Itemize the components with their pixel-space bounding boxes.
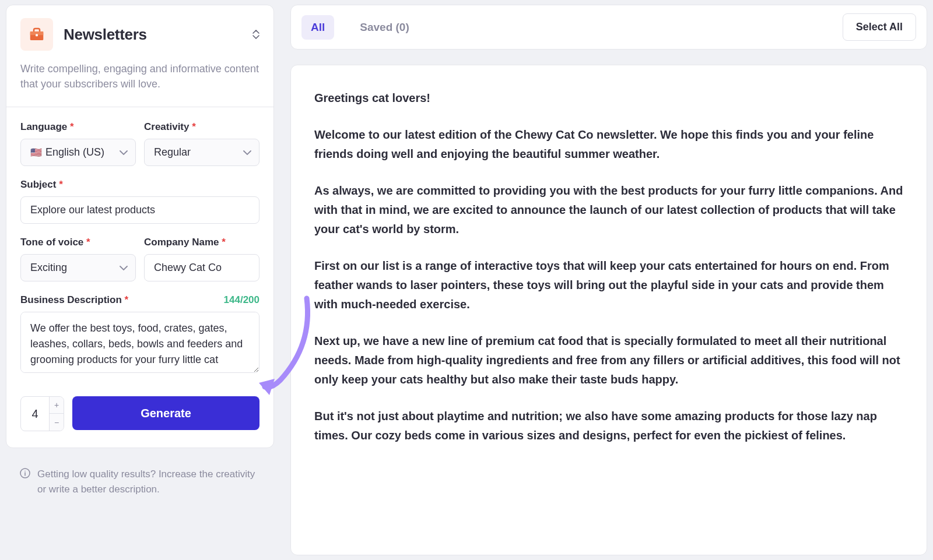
company-label: Company Name * bbox=[144, 237, 259, 248]
quantity-stepper[interactable]: 4 + − bbox=[20, 396, 64, 431]
tone-select[interactable]: Exciting bbox=[20, 254, 136, 281]
page-description: Write compelling, engaging and informati… bbox=[20, 61, 259, 91]
svg-rect-2 bbox=[36, 34, 38, 36]
result-paragraph: But it's not just about playtime and nut… bbox=[314, 407, 903, 445]
result-paragraph: As always, we are committed to providing… bbox=[314, 181, 903, 239]
creativity-select[interactable]: Regular bbox=[144, 139, 259, 166]
tab-saved[interactable]: Saved (0) bbox=[350, 15, 418, 40]
select-all-button[interactable]: Select All bbox=[843, 13, 916, 41]
company-input[interactable] bbox=[144, 254, 259, 281]
tone-label: Tone of voice * bbox=[20, 237, 136, 248]
char-count: 144/200 bbox=[224, 294, 259, 306]
subject-label: Subject * bbox=[20, 179, 259, 191]
page-title: Newsletters bbox=[64, 26, 147, 44]
flag-icon: 🇺🇸 bbox=[30, 147, 42, 158]
info-icon bbox=[20, 468, 30, 483]
description-label: Business Description * bbox=[20, 294, 128, 306]
template-switcher[interactable] bbox=[252, 30, 259, 39]
result-card[interactable]: Greetings cat lovers! Welcome to our lat… bbox=[290, 65, 927, 555]
creativity-label: Creativity * bbox=[144, 121, 259, 133]
newsletters-icon bbox=[20, 18, 53, 51]
generate-button[interactable]: Generate bbox=[72, 396, 259, 430]
result-paragraph: Next up, we have a new line of premium c… bbox=[314, 332, 903, 389]
description-textarea[interactable] bbox=[20, 312, 259, 373]
result-paragraph: First on our list is a range of interact… bbox=[314, 256, 903, 314]
language-select[interactable]: 🇺🇸 English (US) bbox=[20, 139, 136, 166]
quantity-decrement[interactable]: − bbox=[50, 414, 64, 431]
quantity-value: 4 bbox=[21, 397, 49, 431]
subject-input[interactable] bbox=[20, 196, 259, 224]
quantity-increment[interactable]: + bbox=[50, 397, 64, 414]
language-label: Language * bbox=[20, 121, 136, 133]
result-paragraph: Greetings cat lovers! bbox=[314, 89, 903, 108]
tip-text: Getting low quality results? Increase th… bbox=[37, 467, 260, 496]
result-paragraph: Welcome to our latest edition of the Che… bbox=[314, 125, 903, 164]
tab-all[interactable]: All bbox=[301, 15, 334, 40]
